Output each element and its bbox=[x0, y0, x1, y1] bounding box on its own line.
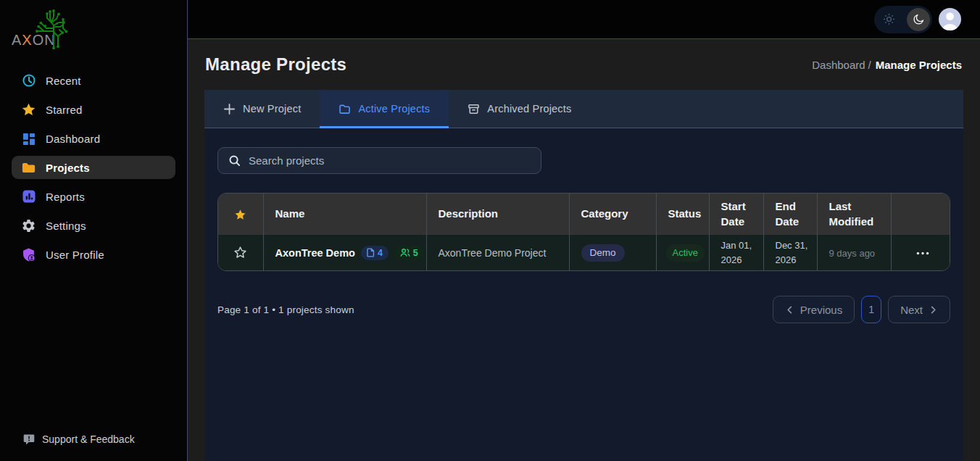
doc-count-badge: 4 bbox=[361, 246, 389, 260]
search-icon bbox=[228, 154, 241, 167]
column-header-last-modified[interactable]: Last Modified bbox=[817, 194, 891, 235]
plus-icon bbox=[223, 103, 236, 115]
search-input[interactable] bbox=[249, 154, 532, 167]
theme-toggle[interactable] bbox=[874, 6, 932, 33]
tab-label: New Project bbox=[243, 103, 301, 115]
sidebar-item-projects[interactable]: Projects bbox=[12, 156, 175, 179]
doc-count: 4 bbox=[378, 248, 383, 258]
sidebar-item-label: Settings bbox=[46, 220, 86, 232]
sidebar-item-label: User Profile bbox=[46, 249, 104, 261]
column-header-status[interactable]: Status bbox=[656, 194, 709, 235]
table-body: AxonTree Demo bbox=[218, 235, 950, 270]
project-description: AxonTree Demo Project bbox=[439, 247, 547, 259]
gear-icon bbox=[21, 218, 36, 233]
chevron-left-icon bbox=[785, 305, 794, 315]
tab-bar: New Project Active Projects bbox=[204, 90, 963, 128]
sidebar-item-label: Reports bbox=[46, 191, 85, 203]
table-row[interactable]: AxonTree Demo bbox=[218, 235, 950, 270]
row-star-cell[interactable] bbox=[218, 235, 263, 270]
row-category-cell: Demo bbox=[569, 235, 656, 270]
pagination-summary: Page 1 of 1 • 1 projects shown bbox=[217, 304, 354, 315]
row-actions-button[interactable] bbox=[891, 235, 950, 270]
search-box bbox=[217, 147, 541, 174]
row-status-cell: Active bbox=[656, 235, 709, 270]
row-name-cell: AxonTree Demo bbox=[263, 235, 426, 270]
dashboard-icon bbox=[21, 131, 36, 146]
star-outline-icon[interactable] bbox=[233, 246, 247, 259]
sidebar-item-recent[interactable]: Recent bbox=[12, 69, 175, 92]
end-date: Dec 31, 2026 bbox=[776, 240, 808, 265]
next-label: Next bbox=[900, 304, 923, 316]
main-area: Manage Projects Dashboard/Manage Project… bbox=[188, 0, 980, 461]
archive-icon bbox=[468, 103, 480, 115]
start-date: Jan 01, 2026 bbox=[721, 240, 752, 265]
column-header-name[interactable]: Name bbox=[263, 194, 426, 235]
user-avatar[interactable] bbox=[939, 8, 961, 30]
table-head: Name Description Category Status Start D… bbox=[218, 194, 950, 235]
projects-table: Name Description Category Status Start D… bbox=[217, 193, 950, 271]
member-count-badge: 5 bbox=[394, 246, 424, 260]
moon-icon[interactable] bbox=[907, 8, 930, 31]
pagination-bar: Page 1 of 1 • 1 projects shown Previous … bbox=[217, 296, 950, 323]
category-badge: Demo bbox=[581, 244, 625, 262]
panel-body: Name Description Category Status Start D… bbox=[204, 128, 963, 323]
tab-active-projects[interactable]: Active Projects bbox=[320, 90, 449, 128]
row-start-date-cell: Jan 01, 2026 bbox=[709, 235, 763, 270]
previous-page-button[interactable]: Previous bbox=[773, 296, 855, 323]
sidebar-item-label: Dashboard bbox=[46, 133, 100, 145]
sidebar: AXON bbox=[0, 0, 188, 461]
column-header-end-date[interactable]: End Date bbox=[763, 194, 817, 235]
sidebar-item-user-profile[interactable]: User Profile bbox=[12, 243, 175, 266]
file-icon bbox=[367, 248, 375, 257]
column-header-category[interactable]: Category bbox=[569, 194, 656, 235]
app-root: AXON bbox=[0, 0, 980, 461]
project-name[interactable]: AxonTree Demo bbox=[275, 247, 355, 259]
breadcrumb-parent[interactable]: Dashboard bbox=[812, 59, 865, 71]
tab-archived-projects[interactable]: Archived Projects bbox=[449, 90, 590, 128]
column-header-star[interactable] bbox=[218, 194, 263, 235]
table-header-row: Name Description Category Status Start D… bbox=[218, 194, 950, 235]
page-title: Manage Projects bbox=[205, 54, 346, 75]
tab-new-project[interactable]: New Project bbox=[204, 90, 320, 128]
row-end-date-cell: Dec 31, 2026 bbox=[763, 235, 817, 270]
previous-label: Previous bbox=[800, 304, 842, 316]
sidebar-item-label: Starred bbox=[46, 104, 83, 116]
bar-chart-icon bbox=[21, 189, 36, 204]
breadcrumb-current: Manage Projects bbox=[876, 59, 962, 71]
sidebar-nav: Recent Starred bbox=[0, 69, 187, 266]
sidebar-item-label: Recent bbox=[46, 75, 81, 87]
support-feedback-label: Support & Feedback bbox=[42, 433, 135, 445]
sidebar-item-settings[interactable]: Settings bbox=[12, 214, 175, 237]
support-feedback-link[interactable]: Support & Feedback bbox=[0, 433, 187, 445]
feedback-bubble-icon bbox=[23, 433, 35, 445]
star-filled-icon bbox=[234, 209, 246, 221]
sun-icon[interactable] bbox=[882, 12, 896, 26]
sidebar-item-starred[interactable]: Starred bbox=[12, 98, 175, 121]
sidebar-item-dashboard[interactable]: Dashboard bbox=[12, 127, 175, 150]
brand-logo: AXON bbox=[0, 0, 187, 67]
page-header: Manage Projects Dashboard/Manage Project… bbox=[188, 39, 980, 90]
tab-label: Active Projects bbox=[358, 103, 430, 115]
page-number-button[interactable]: 1 bbox=[861, 296, 881, 323]
clock-icon bbox=[21, 73, 36, 88]
pagination-controls: Previous 1 Next bbox=[773, 296, 950, 323]
chevron-right-icon bbox=[929, 305, 938, 315]
column-header-description[interactable]: Description bbox=[426, 194, 569, 235]
users-icon bbox=[400, 248, 410, 257]
last-modified: 9 days ago bbox=[829, 248, 876, 259]
projects-table-grid: Name Description Category Status Start D… bbox=[218, 194, 950, 270]
member-count: 5 bbox=[413, 248, 418, 258]
star-icon bbox=[21, 102, 36, 117]
brand-letter-a: A bbox=[12, 32, 22, 48]
shield-user-icon bbox=[21, 247, 36, 262]
column-header-start-date[interactable]: Start Date bbox=[709, 194, 763, 235]
brand-letter-x: X bbox=[22, 32, 32, 48]
next-page-button[interactable]: Next bbox=[888, 296, 950, 323]
breadcrumb-separator: / bbox=[868, 59, 871, 71]
name-cell-content: AxonTree Demo bbox=[275, 246, 419, 260]
breadcrumb: Dashboard/Manage Projects bbox=[812, 59, 962, 71]
sidebar-item-label: Projects bbox=[46, 162, 90, 174]
sidebar-item-reports[interactable]: Reports bbox=[12, 185, 175, 208]
folder-outline-icon bbox=[339, 103, 351, 115]
topbar bbox=[188, 0, 980, 39]
